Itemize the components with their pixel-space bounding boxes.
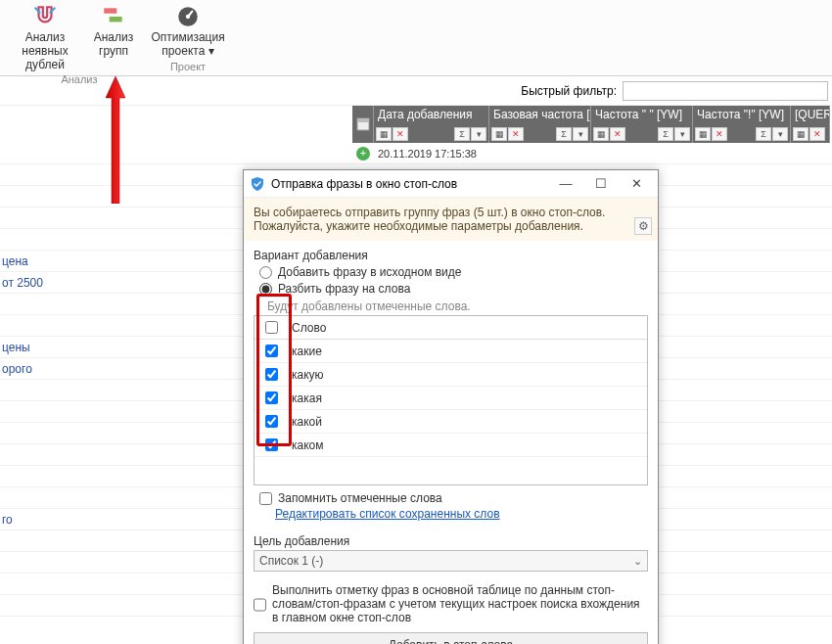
word-row: какой <box>254 410 647 434</box>
radio-original[interactable]: Добавить фразу в исходном виде <box>259 265 648 279</box>
col-action-icon[interactable]: ▦ <box>491 127 507 141</box>
col-sum-icon[interactable]: Σ <box>454 127 470 141</box>
word-text: какую <box>288 368 324 382</box>
radio-label: Добавить фразу в исходном виде <box>278 265 461 279</box>
word-checkbox[interactable] <box>265 345 278 357</box>
words-hint: Будут добавлены отмеченные слова. <box>267 299 648 313</box>
row-date: 20.11.2019 17:15:38 <box>374 148 489 160</box>
word-text: какая <box>288 391 322 405</box>
chevron-down-icon: ⌄ <box>633 555 642 568</box>
minimize-button[interactable]: — <box>548 172 583 196</box>
ribbon-group-label: Анализ <box>61 73 97 85</box>
mark-phrases-checkbox-row[interactable]: Выполнить отметку фраз в основной таблиц… <box>254 583 648 624</box>
send-to-stopwords-dialog: Отправка фразы в окно стоп-слов — ☐ ✕ Вы… <box>243 169 659 644</box>
col-clear-icon[interactable]: ✕ <box>393 127 408 141</box>
col-clear-icon[interactable]: ✕ <box>712 127 727 141</box>
word-text: каком <box>288 438 324 452</box>
ribbon-btn-label: Анализ групп <box>94 31 134 59</box>
gauge-icon <box>175 4 201 29</box>
column-base-frequency[interactable]: Базовая частота [Y ▦ ✕ Σ ▾ <box>489 106 591 143</box>
button-label: Добавить в стоп-слова <box>389 638 513 644</box>
groups-icon <box>101 4 126 29</box>
word-checkbox[interactable] <box>265 368 278 381</box>
magnet-icon <box>32 4 58 29</box>
select-value: Список 1 (-) <box>259 554 323 568</box>
add-row-icon[interactable]: + <box>356 147 370 161</box>
words-table: Слово какие какую какая какой каком <box>254 315 648 485</box>
quick-filter-input[interactable] <box>623 81 828 101</box>
col-sum-icon[interactable]: Σ <box>556 127 572 141</box>
word-checkbox[interactable] <box>265 438 278 451</box>
target-select[interactable]: Список 1 (-) ⌄ <box>254 550 648 572</box>
col-action-icon[interactable]: ▦ <box>593 127 609 141</box>
svg-rect-1 <box>110 17 122 22</box>
word-row: каком <box>254 434 647 457</box>
select-all-checkbox[interactable] <box>265 321 278 334</box>
column-title: Частота "!" [YW] <box>693 106 790 123</box>
words-header: Слово <box>288 321 326 335</box>
mark-phrases-label: Выполнить отметку фраз в основной таблиц… <box>272 583 648 624</box>
quick-filter-label: Быстрый фильтр: <box>521 84 617 98</box>
gear-icon: ⚙ <box>638 219 649 233</box>
remember-checkbox-row[interactable]: Запомнить отмеченные слова <box>259 491 648 505</box>
column-icon <box>356 117 370 131</box>
col-clear-icon[interactable]: ✕ <box>508 127 524 141</box>
column-title: Дата добавления <box>374 106 488 123</box>
column-title: Частота " " [YW] <box>591 106 692 123</box>
svg-rect-5 <box>357 118 369 122</box>
add-to-stopwords-button[interactable]: Добавить в стоп-слова <box>254 632 648 644</box>
column-title: Базовая частота [Y <box>489 106 590 123</box>
settings-button[interactable]: ⚙ <box>634 217 652 235</box>
col-menu-icon[interactable]: ▾ <box>573 127 588 141</box>
shield-icon <box>250 176 265 192</box>
col-menu-icon[interactable]: ▾ <box>772 127 788 141</box>
column-exact-frequency[interactable]: Частота "!" [YW] ▦ ✕ Σ ▾ <box>693 106 791 143</box>
radio-label: Разбить фразу на слова <box>278 282 410 296</box>
col-menu-icon[interactable]: ▾ <box>471 127 486 141</box>
column-date-added[interactable]: Дата добавления ▦ ✕ Σ ▾ <box>374 106 489 143</box>
dialog-info-text: Вы собираетесь отправить группу фраз (5 … <box>254 206 605 233</box>
edit-saved-words-link[interactable]: Редактировать список сохраненных слов <box>275 507 500 521</box>
column-quote-frequency[interactable]: Частота " " [YW] ▦ ✕ Σ ▾ <box>591 106 693 143</box>
optimize-project-button[interactable]: Оптимизация проекта ▾ <box>155 2 221 61</box>
word-row: какую <box>254 363 647 387</box>
word-text: какой <box>288 415 322 429</box>
dialog-title: Отправка фразы в окно стоп-слов <box>271 177 548 191</box>
target-label: Цель добавления <box>254 534 648 548</box>
col-clear-icon[interactable]: ✕ <box>809 127 825 141</box>
svg-rect-0 <box>104 8 116 13</box>
radio-split[interactable]: Разбить фразу на слова <box>259 282 648 296</box>
add-column-cell[interactable] <box>352 106 374 143</box>
annotation-arrow-icon <box>106 76 125 204</box>
remember-label: Запомнить отмеченные слова <box>278 491 442 505</box>
maximize-button[interactable]: ☐ <box>583 172 619 196</box>
analyze-groups-button[interactable]: Анализ групп <box>80 2 147 73</box>
svg-point-3 <box>186 15 190 19</box>
col-clear-icon[interactable]: ✕ <box>610 127 625 141</box>
analyze-implicit-dupes-button[interactable]: Анализ неявных дублей <box>12 2 78 73</box>
word-checkbox[interactable] <box>265 415 278 428</box>
ribbon-btn-label: Оптимизация проекта ▾ <box>151 31 224 59</box>
col-menu-icon[interactable]: ▾ <box>674 127 690 141</box>
col-sum-icon[interactable]: Σ <box>756 127 771 141</box>
col-action-icon[interactable]: ▦ <box>376 127 392 141</box>
close-button[interactable]: ✕ <box>619 172 654 196</box>
variant-label: Вариант добавления <box>254 249 648 262</box>
ribbon-btn-label: Анализ неявных дублей <box>14 31 76 71</box>
column-title: [QUERY <box>791 106 829 123</box>
col-sum-icon[interactable]: Σ <box>658 127 673 141</box>
column-query[interactable]: [QUERY ▦ ✕ <box>791 106 830 143</box>
word-row: какая <box>254 387 647 410</box>
word-checkbox[interactable] <box>265 391 278 404</box>
ribbon-group-label: Проект <box>170 61 206 72</box>
col-action-icon[interactable]: ▦ <box>793 127 809 141</box>
word-row: какие <box>254 340 647 363</box>
col-action-icon[interactable]: ▦ <box>695 127 711 141</box>
word-text: какие <box>288 345 322 358</box>
